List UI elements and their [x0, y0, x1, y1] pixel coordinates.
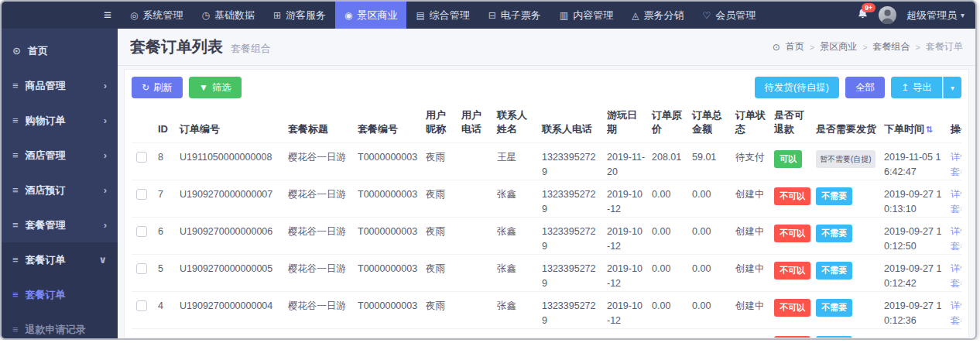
top-menu-item[interactable]: ◎系统管理: [121, 2, 192, 29]
row-checkbox[interactable]: [136, 263, 147, 274]
top-menu-item[interactable]: ◬票务分销: [622, 2, 693, 29]
user-menu[interactable]: 超级管理员 ▾: [906, 9, 965, 22]
shipping-badge: 不需要: [816, 299, 852, 317]
cell-package-no: T0000000003: [355, 180, 423, 218]
notifications-button[interactable]: 9+: [857, 8, 869, 23]
sort-icon[interactable]: ⇅: [926, 125, 933, 134]
column-header: 套餐编号: [355, 105, 423, 143]
top-menu-item[interactable]: ♡会员管理: [693, 2, 765, 29]
sidebar-item[interactable]: ≡套餐订单∨: [2, 242, 118, 277]
sidebar-item[interactable]: ≡套餐订单: [2, 277, 118, 312]
toolbar-left: ↻ 刷新 ▼ 筛选: [132, 77, 242, 98]
package-link[interactable]: 套餐: [951, 278, 961, 289]
shipping-badge: 暂不需要(自提): [816, 150, 875, 168]
cell-contact-phone: 13233952729: [539, 329, 604, 338]
filter-icon: ▼: [199, 82, 208, 93]
cell-contact-phone: 13233952729: [539, 255, 604, 292]
sidebar-item[interactable]: ⊙首页: [2, 33, 118, 68]
toolbar: ↻ 刷新 ▼ 筛选 待发货(待自提) 全部: [132, 77, 961, 98]
cell-actions: 详情套餐: [947, 180, 961, 218]
print-icon: ▤: [416, 10, 424, 21]
top-menu-item[interactable]: ◉景区商业: [335, 2, 406, 29]
ticket-icon: ⊟: [488, 10, 496, 21]
breadcrumb-item[interactable]: 景区商业: [820, 40, 857, 53]
cell-play-date: 2019-10-12: [604, 218, 649, 255]
cell-status: 创建中: [732, 180, 771, 218]
cell-checkbox: [132, 180, 155, 218]
cell-status: 创建中: [732, 292, 771, 329]
cell-created-at: 2019-09-27 10:13:10: [881, 180, 947, 218]
menu-icon: ≡: [12, 184, 19, 196]
cell-package-title: 樱花谷一日游: [285, 143, 355, 180]
top-menu-item[interactable]: ⊞游客服务: [264, 2, 335, 29]
package-link[interactable]: 套餐: [951, 204, 961, 214]
table-header-row: ID订单编号套餐标题套餐编号用户昵称用户电话联系人姓名联系人电话游玩日期订单原价…: [132, 105, 961, 143]
detail-link[interactable]: 详情: [951, 189, 961, 200]
top-menu-item[interactable]: ▥内容管理: [550, 2, 622, 29]
hamburger-icon[interactable]: ≡: [94, 2, 121, 29]
detail-link[interactable]: 详情: [951, 300, 961, 311]
breadcrumb-item[interactable]: 首页: [786, 40, 804, 53]
row-checkbox[interactable]: [136, 152, 147, 163]
cell-shipping: 不需要: [813, 329, 881, 338]
column-header: 用户电话: [458, 105, 494, 143]
top-menu: ◎系统管理◷基础数据⊞游客服务◉景区商业▤综合管理⊟电子票务▥内容管理◬票务分销…: [121, 2, 765, 29]
sidebar-item-label: 退款申请记录: [26, 323, 86, 337]
cell-nickname: 夜雨: [423, 180, 458, 218]
sidebar-item[interactable]: ≡套餐管理›: [2, 208, 118, 242]
cell-original-price: 0.00: [649, 292, 689, 329]
row-checkbox[interactable]: [136, 300, 147, 311]
top-menu-item-label: 电子票务: [501, 9, 541, 22]
breadcrumb-separator: >: [810, 43, 814, 52]
sidebar-item-label: 商品管理: [26, 79, 66, 93]
breadcrumb-item[interactable]: 套餐组合: [873, 40, 910, 53]
export-button[interactable]: ↥ 导出: [891, 77, 942, 98]
row-checkbox[interactable]: [136, 189, 147, 200]
topbar: ≡ ◎系统管理◷基础数据⊞游客服务◉景区商业▤综合管理⊟电子票务▥内容管理◬票务…: [2, 2, 975, 29]
refundable-badge: 不可以: [774, 336, 810, 338]
chevron-down-icon: ▾: [951, 84, 954, 92]
cell-package-no: T0000000003: [355, 255, 423, 292]
cell-contact-phone: 13233952729: [539, 292, 604, 329]
all-button[interactable]: 全部: [845, 77, 885, 98]
cell-contact-name: 张鑫: [494, 218, 539, 255]
menu-icon: ≡: [12, 115, 19, 126]
main-content: 套餐订单列表 套餐组合 ⊙首页>景区商业>套餐组合>套餐订单 ↻ 刷新 ▼ 筛选: [118, 29, 975, 338]
column-header-label: 订单原价: [652, 109, 682, 135]
column-header: 用户昵称: [423, 105, 458, 143]
top-menu-item[interactable]: ⊟电子票务: [479, 2, 550, 29]
package-link[interactable]: 套餐: [951, 166, 961, 177]
cell-total-amount: 0.00: [689, 255, 732, 292]
cell-status: 创建中: [732, 329, 771, 338]
sidebar-item[interactable]: ≡酒店预订›: [2, 173, 118, 208]
column-header-label: 是否可退款: [774, 109, 804, 135]
sidebar-item[interactable]: ≡商品管理›: [2, 68, 118, 103]
sidebar-item[interactable]: ≡酒店管理›: [2, 138, 118, 173]
cell-contact-phone: 13233952729: [539, 218, 604, 255]
top-menu-item[interactable]: ▤综合管理: [406, 2, 478, 29]
cell-id: 8: [155, 143, 176, 180]
refresh-button[interactable]: ↻ 刷新: [132, 77, 183, 98]
avatar[interactable]: [879, 6, 896, 24]
detail-link[interactable]: 详情: [951, 152, 961, 163]
pending-shipment-button[interactable]: 待发货(待自提): [755, 77, 839, 98]
row-checkbox[interactable]: [136, 226, 147, 237]
column-header-label: 用户昵称: [426, 109, 446, 135]
sidebar-item[interactable]: ≡购物订单›: [2, 103, 118, 138]
sidebar-item[interactable]: ≡退款申请记录: [2, 312, 118, 338]
package-link[interactable]: 套餐: [951, 315, 961, 326]
package-link[interactable]: 套餐: [951, 241, 961, 252]
breadcrumb-separator: >: [916, 43, 920, 52]
detail-link[interactable]: 详情: [951, 226, 961, 237]
column-header: 订单编号: [176, 105, 285, 143]
export-dropdown-button[interactable]: ▾: [943, 77, 961, 98]
dashboard-icon: ⊙: [12, 45, 21, 57]
cell-checkbox: [132, 329, 155, 338]
column-header: 联系人姓名: [494, 105, 539, 143]
detail-link[interactable]: 详情: [951, 263, 961, 274]
column-header: 订单状态: [732, 105, 771, 143]
filter-button[interactable]: ▼ 筛选: [189, 77, 242, 98]
top-menu-item[interactable]: ◷基础数据: [192, 2, 263, 29]
cell-checkbox: [132, 255, 155, 292]
cell-refundable: 不可以: [771, 255, 813, 292]
